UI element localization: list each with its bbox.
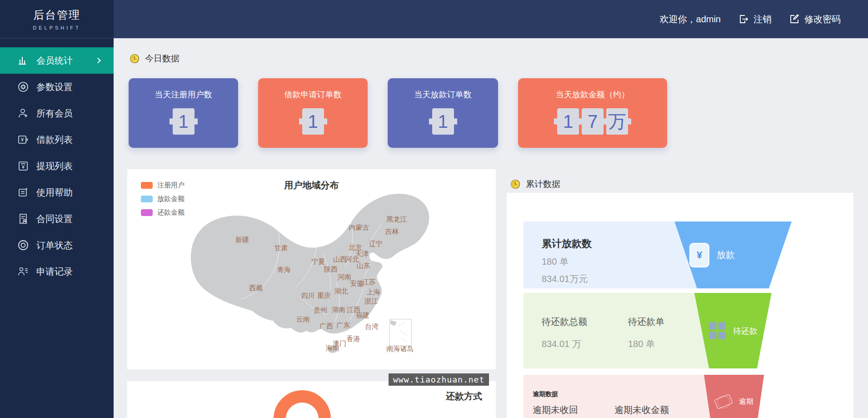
province-label: 山东: [357, 262, 370, 270]
province-label: 辽宁: [369, 240, 383, 248]
province-label: 黑龙江: [386, 215, 407, 224]
stat-card-loan-applications: 借款申请订单数 1: [258, 78, 368, 148]
sidebar: 后台管理 DELPSHIFT 会员统计 参数设置 所有会员: [0, 0, 114, 418]
svg-text:¥: ¥: [21, 164, 25, 170]
sidebar-item-member-stats[interactable]: 会员统计: [0, 47, 114, 74]
stat-card-title: 当天放款金额（约）: [518, 89, 667, 100]
flip-digit: 1: [432, 108, 454, 135]
user-region-map-panel: 用户地域分布 注册用户 放款金额 还款金额: [127, 169, 496, 369]
province-label: 青海: [277, 265, 291, 274]
loan-icon: ¥: [17, 134, 29, 146]
welcome-text: 欢迎你，admin: [660, 13, 721, 25]
province-label: 吉林: [385, 227, 399, 236]
sidebar-item-all-members[interactable]: 所有会员: [0, 100, 114, 126]
logout-icon: [738, 14, 749, 25]
province-label: 新疆: [235, 235, 249, 244]
funnel-label: 待还款: [733, 325, 758, 336]
sidebar-item-withdraw-list[interactable]: ¥ 提现列表: [0, 153, 114, 179]
row-value: 834.01万元: [542, 273, 592, 285]
summary-panel: 累计放款数 180 单 834.01万元 ¥ 放款 待还款总额 834.01 万…: [507, 193, 853, 418]
col-label: 逾期未收回: [533, 404, 578, 416]
province-label: 福建: [356, 311, 369, 320]
help-doc-icon: [17, 186, 29, 198]
province-label: 内蒙古: [349, 223, 369, 232]
summary-section-header: 累计数据: [510, 178, 560, 190]
flip-digit: 万: [606, 108, 628, 135]
province-label: 广东: [336, 321, 350, 330]
repay-method-panel: 还款方式: [127, 381, 496, 418]
row-subtitle: 逾期数据: [533, 390, 558, 398]
flip-counter: 17万: [518, 108, 667, 135]
row-value: 180 单: [542, 256, 592, 268]
province-label: 湖南: [332, 305, 345, 314]
flip-digit: 7: [582, 108, 604, 135]
funnel-label: 放款: [717, 249, 735, 261]
sidebar-item-order-status[interactable]: 订单状态: [0, 232, 114, 258]
province-label: 河南: [338, 273, 351, 282]
province-label: 台湾: [365, 322, 379, 331]
main-content: 今日数据 当天注册用户数 1 借款申请订单数 1 当天放款订单数 1 当天放款金…: [114, 38, 868, 418]
flip-digit: 1: [557, 108, 579, 135]
chevron-right-icon: [95, 58, 101, 64]
flip-digit: 1: [173, 108, 195, 135]
province-label: 上海: [367, 288, 380, 297]
clock-icon: [510, 179, 520, 189]
province-label: 云南: [296, 315, 310, 324]
repay-method-donut-chart: [274, 390, 331, 418]
flip-counter: 1: [129, 108, 238, 135]
sidebar-menu: 会员统计 参数设置 所有会员 ¥ 借款列表: [0, 38, 114, 285]
members-icon: [17, 107, 29, 119]
province-label: 山西: [333, 255, 347, 264]
province-label: 浙江: [364, 297, 378, 305]
province-label: 贵州: [314, 306, 327, 315]
province-label: 重庆: [317, 292, 331, 300]
change-password-button[interactable]: 修改密码: [789, 13, 841, 25]
contract-icon: [17, 213, 29, 225]
province-labels: 新疆甘肃青海西藏内蒙古黑龙江吉林辽宁北京天津河北山西宁夏山东陕西河南江苏安徽上海…: [127, 169, 496, 369]
clock-icon: [130, 54, 140, 64]
col-label: 待还款单: [628, 316, 664, 328]
flip-digit: 1: [302, 108, 324, 135]
logout-button[interactable]: 注销: [738, 13, 772, 25]
top-header: 欢迎你，admin 注销 修改密码: [0, 0, 868, 38]
province-label: 四川: [301, 292, 314, 300]
app-logo: 后台管理 DELPSHIFT: [0, 0, 114, 38]
funnel-row-to-repay: 待还款总额 834.01 万 待还款单 180 单 待还款: [524, 293, 792, 368]
sidebar-item-help[interactable]: 使用帮助: [0, 179, 114, 206]
province-label: 湖北: [334, 287, 348, 295]
province-label: 海南: [326, 343, 339, 352]
col-label: 待还款总额: [542, 316, 587, 328]
funnel-row-overdue: 逾期数据 逾期未收回 逾期未收金额 逾期: [524, 375, 792, 418]
grid-icon: [709, 322, 726, 339]
col-value: 834.01 万: [542, 338, 587, 350]
row-title: 累计放款数: [542, 237, 592, 251]
col-label: 逾期未收金额: [614, 404, 669, 416]
today-section-header: 今日数据: [130, 53, 180, 65]
app-subtitle: DELPSHIFT: [33, 25, 81, 30]
gear-icon: [17, 81, 29, 93]
bar-chart-icon: [17, 55, 29, 66]
province-label: 甘肃: [274, 243, 288, 252]
province-label: 陕西: [324, 265, 338, 274]
watermark: www.tiaozhuan.net: [389, 373, 489, 386]
funnel-row-disbursed: 累计放款数 180 单 834.01万元 ¥ 放款: [524, 222, 792, 288]
province-label: 广西: [319, 322, 333, 330]
receipt-yen-icon: ¥: [689, 243, 709, 267]
province-label: 南海诸岛: [386, 345, 414, 353]
sidebar-item-param-settings[interactable]: 参数设置: [0, 74, 114, 100]
stat-card-title: 借款申请订单数: [258, 89, 368, 100]
stat-card-title: 当天注册用户数: [129, 89, 238, 100]
province-label: 西藏: [249, 283, 263, 292]
summary-section-title: 累计数据: [526, 178, 560, 190]
funnel-label: 逾期: [739, 397, 753, 407]
flip-counter: 1: [258, 108, 368, 135]
apply-record-icon: [17, 266, 29, 277]
sidebar-item-contract-settings[interactable]: 合同设置: [0, 206, 114, 232]
sidebar-item-loan-list[interactable]: ¥ 借款列表: [0, 126, 114, 153]
sidebar-item-apply-records[interactable]: 申请记录: [0, 258, 114, 285]
repay-panel-title: 还款方式: [446, 390, 482, 403]
col-value: 180 单: [628, 338, 664, 350]
stat-card-registered-users: 当天注册用户数 1: [129, 78, 238, 148]
province-label: 宁夏: [311, 257, 325, 266]
province-label: 香港: [346, 335, 360, 343]
